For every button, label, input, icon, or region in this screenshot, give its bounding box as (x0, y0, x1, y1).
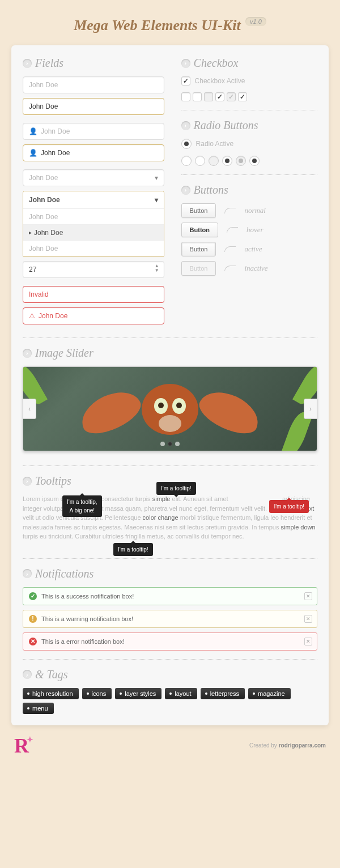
state-label: normal (244, 206, 266, 215)
buttons-heading: Buttons (194, 183, 228, 196)
text-input-invalid[interactable]: Invalid (23, 286, 164, 303)
slider-next-button[interactable]: › (304, 399, 317, 419)
slider-dot[interactable] (160, 442, 165, 446)
checkbox-checked-disabled (227, 92, 236, 101)
tooltip-trigger[interactable]: simple (152, 495, 171, 502)
notification-error: ✕This is a error notification box!✕ (23, 632, 317, 651)
error-icon: ✕ (29, 638, 37, 645)
state-label: inactive (244, 264, 267, 273)
text-input-active[interactable]: John Doe (23, 98, 164, 115)
tag[interactable]: magazine (248, 688, 291, 699)
notifications-heading: Notifications (35, 567, 94, 580)
footer-credit: Created by rodrigoparra.com (249, 742, 326, 749)
checkbox-checked[interactable] (215, 92, 224, 101)
number-stepper[interactable]: 27▲▼ (23, 261, 164, 278)
checkbox-checked[interactable] (238, 92, 247, 101)
radio-unchecked[interactable] (181, 156, 192, 166)
tag[interactable]: layer styles (115, 688, 162, 699)
slider-image (102, 378, 238, 446)
select-option[interactable]: John Doe (23, 208, 164, 224)
button-hover[interactable]: Button (181, 223, 218, 237)
checkbox-disabled (204, 92, 213, 101)
tooltip-simple: I'm a tooltip! (156, 482, 196, 495)
alert-icon: ⚠ (29, 312, 35, 320)
chevron-right-icon (181, 59, 190, 68)
version-badge: v1.0 (245, 17, 266, 26)
notification-success: ✓This is a success notification box!✕ (23, 587, 317, 605)
radio-unchecked[interactable] (195, 156, 205, 166)
close-icon[interactable]: ✕ (304, 638, 312, 645)
state-label: hover (246, 225, 264, 234)
chevron-right-icon (23, 59, 32, 68)
slider-heading: Image Slider (35, 347, 94, 360)
tooltip-red: I'm a tooltip! (269, 500, 309, 513)
tooltips-heading: Tooltips (35, 474, 71, 488)
close-icon[interactable]: ✕ (304, 615, 312, 623)
chevron-right-icon (181, 186, 190, 195)
select-option-hover[interactable]: John Doe (23, 224, 164, 240)
warning-icon: ! (29, 615, 37, 623)
slider-prev-button[interactable]: ‹ (23, 399, 36, 419)
select-open[interactable]: John Doe▾ John Doe John Doe John Doe (23, 191, 164, 256)
state-label: active (244, 245, 262, 254)
radio-disabled (209, 156, 219, 166)
page-title: Mega Web Elements UI-Kit (74, 17, 240, 33)
radio-checked-disabled (236, 156, 246, 166)
tooltip-big: I'm a tooltip, A big one! (62, 495, 102, 517)
tags-heading: & Tags (35, 668, 68, 681)
tag[interactable]: letterpress (201, 688, 245, 699)
chevron-right-icon (23, 670, 32, 679)
close-icon[interactable]: ✕ (304, 592, 312, 600)
tooltip-trigger[interactable]: color change (143, 514, 178, 521)
text-input-icon-active[interactable]: 👤John Doe (23, 144, 164, 161)
chevron-right-icon (23, 477, 32, 486)
button-active[interactable]: Button (181, 242, 216, 256)
tooltip-trigger[interactable]: simple down (281, 524, 316, 531)
stepper-down-icon[interactable]: ▼ (155, 268, 159, 273)
radio-label: Radio Active (196, 140, 234, 148)
user-icon: 👤 (29, 127, 37, 135)
check-icon: ✓ (29, 592, 37, 600)
fields-heading: Fields (35, 57, 63, 70)
tag[interactable]: icons (82, 688, 112, 699)
notification-warning: !This is a warning notification box!✕ (23, 610, 317, 628)
radio-checked[interactable] (249, 156, 260, 166)
tag[interactable]: menu (23, 703, 54, 714)
checkbox-heading: Checkbox (194, 57, 239, 70)
text-input-icon-placeholder[interactable]: 👤John Doe (23, 123, 164, 140)
checkbox-unchecked[interactable] (181, 92, 190, 101)
slider-dot[interactable] (175, 442, 180, 446)
chevron-right-icon (181, 121, 190, 130)
chevron-right-icon (23, 349, 32, 358)
user-icon: 👤 (29, 149, 37, 157)
chevron-down-icon: ▾ (155, 196, 158, 204)
checkbox-unchecked[interactable] (193, 92, 202, 101)
logo-icon: R (14, 734, 29, 758)
text-input-placeholder[interactable]: John Doe (23, 76, 164, 93)
tag[interactable]: layout (165, 688, 197, 699)
tooltip-down: I'm a tooltip! (113, 543, 153, 556)
radio-active[interactable] (181, 139, 192, 149)
button-inactive: Button (181, 261, 216, 276)
lorem-text: I'm a tooltip! I'm a tooltip, A big one!… (23, 494, 317, 541)
select-option[interactable]: John Doe (23, 240, 164, 256)
chevron-down-icon: ▾ (155, 174, 158, 182)
select-placeholder[interactable]: John Doe▾ (23, 169, 164, 186)
button-normal[interactable]: Button (181, 203, 216, 218)
chevron-right-icon (23, 569, 32, 578)
tag[interactable]: high resolution (23, 688, 79, 699)
slider-dot-active[interactable] (168, 442, 172, 446)
radio-checked[interactable] (222, 156, 232, 166)
checkbox-label: Checkbox Active (195, 77, 245, 85)
checkbox-active[interactable] (181, 76, 190, 85)
image-slider: ‹ › (23, 366, 317, 451)
text-input-invalid-icon[interactable]: ⚠John Doe (23, 307, 164, 324)
radio-heading: Radio Buttons (194, 119, 258, 132)
